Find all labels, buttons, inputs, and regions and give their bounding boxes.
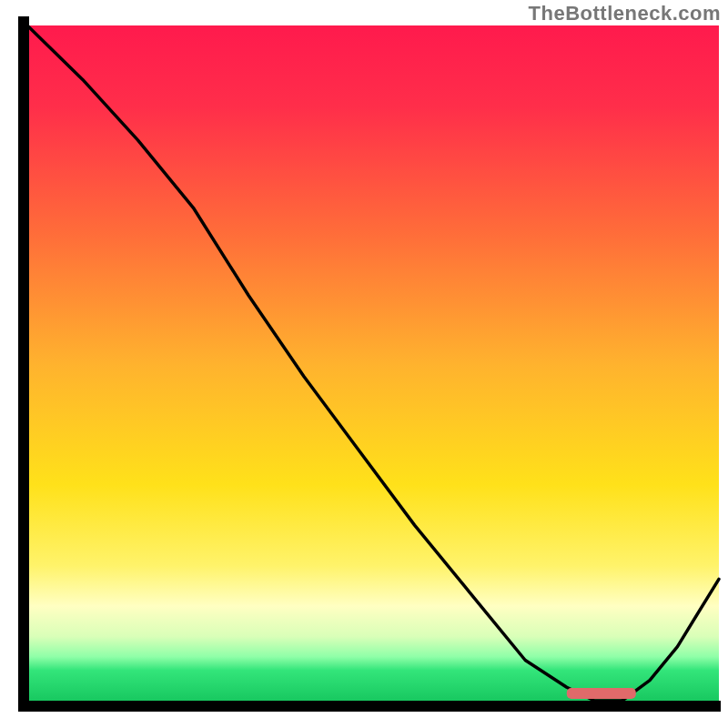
chart-container: TheBottleneck.com: [0, 0, 728, 728]
valley-marker: [567, 688, 636, 699]
y-axis: [18, 16, 29, 712]
x-axis: [18, 701, 721, 712]
chart-svg: [0, 0, 728, 728]
plot-background: [27, 25, 719, 701]
